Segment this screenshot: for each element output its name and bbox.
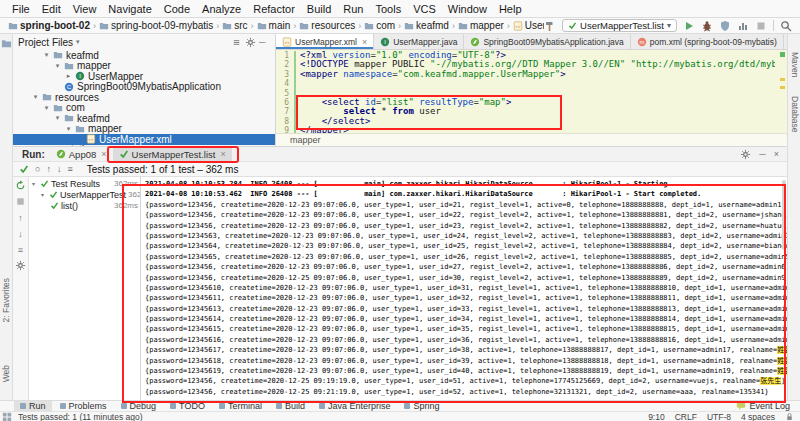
editor-tab[interactable]: application.yml [784, 34, 787, 49]
menu-window[interactable]: Window [442, 3, 493, 15]
project-tree-item[interactable]: ▾keafmd [13, 50, 275, 61]
menu-navigate[interactable]: Navigate [102, 3, 157, 15]
breadcrumb-item[interactable]: keafmd [404, 20, 449, 31]
project-tree-item[interactable]: ▾mapper [13, 124, 275, 135]
breadcrumb-item[interactable]: src [222, 20, 247, 31]
breadcrumb-item[interactable]: main [257, 20, 291, 31]
build-hammer-icon[interactable] [544, 20, 556, 32]
stop-button[interactable] [755, 20, 767, 32]
run-tool-window: Run: App08×UserMapperTest.list× ─ × ○ ↑ … [13, 147, 787, 400]
project-tree-item[interactable]: <>UserMapper.xml [13, 134, 275, 145]
search-everywhere-button[interactable] [780, 20, 792, 32]
close-icon[interactable]: × [362, 37, 367, 47]
project-tree-item[interactable]: ▸IUserMapper [13, 71, 275, 82]
run-button[interactable] [683, 20, 695, 32]
breadcrumb-item[interactable]: spring-boot-02 [8, 20, 90, 31]
soft-wrap-button[interactable]: ≡ [15, 244, 26, 255]
run-tab[interactable]: App08× [50, 147, 113, 162]
editor-tab[interactable]: SpringBoot09MybatisApplication.java [464, 34, 630, 49]
status-item[interactable]: UTF-8 [707, 412, 731, 421]
editor-tab[interactable]: <>UserMapper.xml× [276, 34, 374, 49]
project-tree-item[interactable]: ▾resources [13, 92, 275, 103]
project-panel-title[interactable]: Project Files [18, 37, 73, 48]
toolwindow-button-todo[interactable]: TODO [164, 401, 211, 412]
collapse-all-icon[interactable] [231, 37, 242, 48]
project-tree-item[interactable]: ▾keafmd [13, 113, 275, 124]
toolwindow-button-java-enterprise[interactable]: Java Enterprise [313, 401, 397, 412]
menu-code[interactable]: Code [158, 3, 196, 15]
hide-panel-icon[interactable]: ─ [259, 37, 270, 48]
project-toolwindow-button[interactable] [1, 38, 12, 49]
run-config-selector[interactable]: UserMapperTest.list ▾ [562, 19, 677, 32]
toolwindow-button-build[interactable]: Build [270, 401, 311, 412]
status-item[interactable]: CRLF [675, 412, 697, 421]
coverage-button[interactable] [719, 20, 731, 32]
rerun-button[interactable] [15, 180, 26, 191]
debug-button[interactable] [701, 20, 713, 32]
close-icon[interactable]: × [101, 149, 106, 159]
editor-tab[interactable]: IUserMapper.java [374, 34, 464, 49]
breadcrumb-item[interactable]: spring-boot-09-mybatis [99, 20, 213, 31]
menu-view[interactable]: View [67, 3, 103, 15]
breadcrumb-item[interactable]: mapper [458, 20, 504, 31]
console-scrollbar[interactable] [782, 180, 786, 250]
console-line: {password=12345611, createtime=2020-12-2… [145, 293, 787, 303]
show-ignored-button[interactable]: ○ [35, 164, 40, 174]
favorites-toolwindow-button[interactable]: 2: Favorites [1, 278, 11, 322]
sort-tests-button[interactable]: ≡ [67, 164, 72, 174]
scroll-up-button[interactable]: ↑ [15, 212, 26, 223]
menu-refactor[interactable]: Refactor [247, 3, 301, 15]
menu-edit[interactable]: Edit [36, 3, 67, 15]
breadcrumb-tag[interactable]: mapper [290, 135, 321, 145]
menu-analyze[interactable]: Analyze [196, 3, 247, 15]
menu-tools[interactable]: Tools [369, 3, 407, 15]
run-tab[interactable]: UserMapperTest.list× [113, 147, 232, 162]
test-tree-item[interactable]: list()362ms [29, 200, 140, 211]
close-icon[interactable]: × [220, 149, 225, 159]
breadcrumb-item[interactable]: com [364, 20, 395, 31]
maven-toolwindow-button[interactable]: Maven [790, 52, 800, 78]
menu-run[interactable]: Run [337, 3, 369, 15]
toolwindow-button-terminal[interactable]: Terminal [213, 401, 268, 412]
console-line: {password=123456, createtime=2020-12-23 … [145, 262, 787, 272]
menu-build[interactable]: Build [301, 3, 337, 15]
run-tab-label: UserMapperTest.list [132, 149, 216, 160]
status-item[interactable]: 9:10 [648, 412, 665, 421]
test-tree-item[interactable]: ▾UserMapperTest362ms [29, 189, 140, 200]
toolwindow-icon [219, 403, 225, 409]
toolwindow-button-spring[interactable]: Spring [398, 401, 445, 412]
settings-icon[interactable] [245, 37, 256, 48]
stop-process-button[interactable] [15, 196, 26, 207]
breadcrumb-item[interactable]: resources [299, 20, 355, 31]
web-toolwindow-button[interactable]: Web [1, 365, 11, 382]
project-tree-item[interactable]: ▾com [13, 103, 275, 114]
code-editor[interactable]: 123456789 <?xml version="1.0" encoding="… [276, 50, 787, 134]
menu-help[interactable]: Help [493, 3, 528, 15]
tree-chevron-icon: ▾ [65, 125, 72, 133]
toolwindow-button-debug[interactable]: Debug [115, 401, 163, 412]
close-icon[interactable]: × [774, 149, 779, 159]
hide-passed-button[interactable] [19, 164, 29, 174]
settings-gear-button[interactable] [15, 260, 26, 271]
console-line: {password=1234564, createtime=2020-12-23… [145, 241, 787, 251]
menu-file[interactable]: File [6, 3, 36, 15]
settings-icon[interactable] [740, 149, 751, 160]
toolwindow-switcher-icon[interactable] [2, 412, 12, 421]
breadcrumb-item[interactable]: <>UserMapper.xml [513, 20, 544, 31]
scroll-down-button[interactable]: ↓ [15, 228, 26, 239]
editor-tab[interactable]: mpom.xml (spring-boot-09-mybatis) [631, 34, 784, 49]
previous-test-button[interactable]: ↑ [46, 164, 51, 174]
status-item[interactable]: 4 spaces [741, 412, 775, 421]
test-tree-item[interactable]: ▾Test Results362ms [29, 178, 140, 189]
project-tree-item[interactable]: ▾mapper [13, 61, 275, 72]
project-tree-item[interactable]: CSpringBoot09MybatisApplication [13, 82, 275, 93]
toolwindow-button-problems[interactable]: Problems [54, 401, 113, 412]
minimize-icon[interactable]: ─ [759, 149, 765, 159]
toolwindow-button-run[interactable]: Run [14, 401, 52, 412]
menu-vcs[interactable]: VCS [407, 3, 442, 15]
test-toolbar: ○ ↑ ↓ ≡ Tests passed: 1 of 1 test – 362 … [13, 162, 787, 177]
database-toolwindow-button[interactable]: Database [790, 96, 800, 132]
profiler-button[interactable] [737, 20, 749, 32]
next-test-button[interactable]: ↓ [57, 164, 62, 174]
event-log-button[interactable]: Event Log [736, 401, 800, 411]
